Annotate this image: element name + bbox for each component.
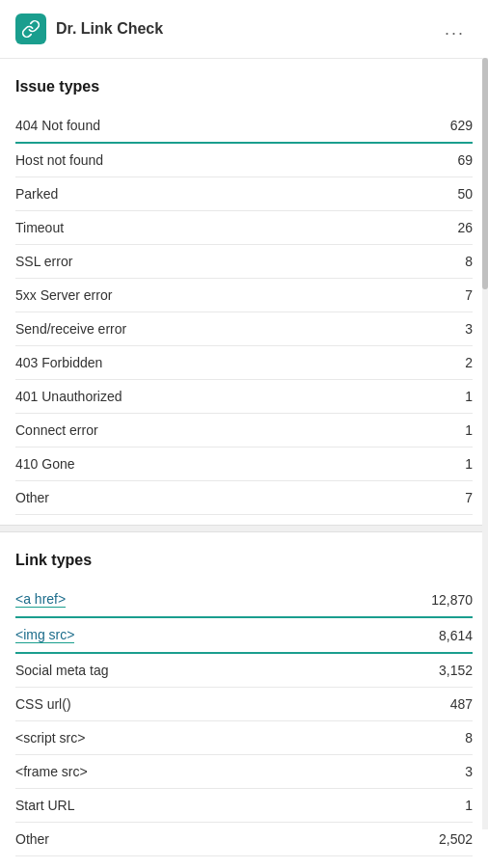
issue-row-other[interactable]: Other 7 [15, 481, 473, 515]
link-types-section: Link types <a href> 12,870 <img src> 8,6… [0, 532, 488, 866]
link-label-img-src: <img src> [15, 627, 74, 643]
link-label-start-url: Start URL [15, 798, 74, 813]
link-label-frame-src: <frame src> [15, 764, 88, 779]
link-row-start-url[interactable]: Start URL 1 [15, 789, 473, 823]
link-label-other: Other [15, 831, 49, 847]
app-logo [15, 14, 46, 44]
issue-value-404: 629 [450, 118, 473, 133]
link-row-css-url[interactable]: CSS url() 487 [15, 688, 473, 721]
link-label-a-href: <a href> [15, 591, 66, 608]
menu-button[interactable]: ... [437, 15, 473, 43]
app-title: Dr. Link Check [56, 20, 163, 38]
link-row-a-href[interactable]: <a href> 12,870 [15, 583, 473, 618]
section-divider [0, 525, 488, 532]
issue-label-parked: Parked [15, 186, 58, 202]
issue-value-ssl: 8 [465, 254, 473, 269]
issue-row-send-receive[interactable]: Send/receive error 3 [15, 312, 473, 346]
link-label-social-meta: Social meta tag [15, 663, 109, 678]
link-value-frame-src: 3 [465, 764, 473, 779]
issue-value-403: 2 [465, 355, 473, 370]
link-value-css-url: 487 [450, 696, 473, 712]
issue-label-send-receive: Send/receive error [15, 321, 126, 337]
issue-value-401: 1 [465, 389, 473, 404]
issue-value-timeout: 26 [457, 220, 473, 235]
link-row-frame-src[interactable]: <frame src> 3 [15, 755, 473, 789]
link-row-other[interactable]: Other 2,502 [15, 823, 473, 856]
issue-value-410: 1 [465, 456, 473, 472]
scrollbar-track[interactable] [482, 58, 488, 829]
issue-value-connect: 1 [465, 422, 473, 438]
issue-label-host: Host not found [15, 152, 103, 168]
issue-label-other: Other [15, 490, 49, 505]
issue-value-send-receive: 3 [465, 321, 473, 337]
link-row-script-src[interactable]: <script src> 8 [15, 721, 473, 755]
link-value-start-url: 1 [465, 798, 473, 813]
issue-label-401: 401 Unauthorized [15, 389, 122, 404]
issue-label-ssl: SSL error [15, 254, 72, 269]
issue-value-host: 69 [457, 152, 473, 168]
issue-label-connect: Connect error [15, 422, 98, 438]
issue-row-ssl[interactable]: SSL error 8 [15, 245, 473, 279]
link-value-img-src: 8,614 [439, 628, 473, 643]
issue-types-section: Issue types 404 Not found 629 Host not f… [0, 59, 488, 525]
app-header: Dr. Link Check ... [0, 0, 488, 59]
issue-row-host[interactable]: Host not found 69 [15, 144, 473, 177]
issue-value-parked: 50 [457, 186, 473, 202]
scrollbar-thumb[interactable] [482, 58, 488, 289]
issue-value-5xx: 7 [465, 287, 473, 303]
link-value-other: 2,502 [439, 831, 473, 847]
issue-label-404: 404 Not found [15, 118, 100, 133]
header-left: Dr. Link Check [15, 14, 163, 44]
issue-row-connect[interactable]: Connect error 1 [15, 414, 473, 448]
issue-row-5xx[interactable]: 5xx Server error 7 [15, 279, 473, 312]
link-types-title: Link types [15, 552, 473, 569]
issue-row-403[interactable]: 403 Forbidden 2 [15, 346, 473, 380]
issue-row-timeout[interactable]: Timeout 26 [15, 211, 473, 245]
link-value-a-href: 12,870 [431, 592, 473, 608]
link-row-img-src[interactable]: <img src> 8,614 [15, 618, 473, 654]
issue-row-410[interactable]: 410 Gone 1 [15, 448, 473, 481]
issue-row-404[interactable]: 404 Not found 629 [15, 109, 473, 144]
link-value-script-src: 8 [465, 730, 473, 746]
link-row-social-meta[interactable]: Social meta tag 3,152 [15, 654, 473, 688]
link-value-social-meta: 3,152 [439, 663, 473, 678]
issue-types-title: Issue types [15, 78, 473, 95]
issue-row-parked[interactable]: Parked 50 [15, 177, 473, 211]
issue-value-other: 7 [465, 490, 473, 505]
issue-label-403: 403 Forbidden [15, 355, 102, 370]
issue-row-401[interactable]: 401 Unauthorized 1 [15, 380, 473, 414]
link-label-css-url: CSS url() [15, 696, 71, 712]
issue-label-5xx: 5xx Server error [15, 287, 112, 303]
issue-label-timeout: Timeout [15, 220, 64, 235]
link-label-script-src: <script src> [15, 730, 85, 746]
issue-label-410: 410 Gone [15, 456, 75, 472]
